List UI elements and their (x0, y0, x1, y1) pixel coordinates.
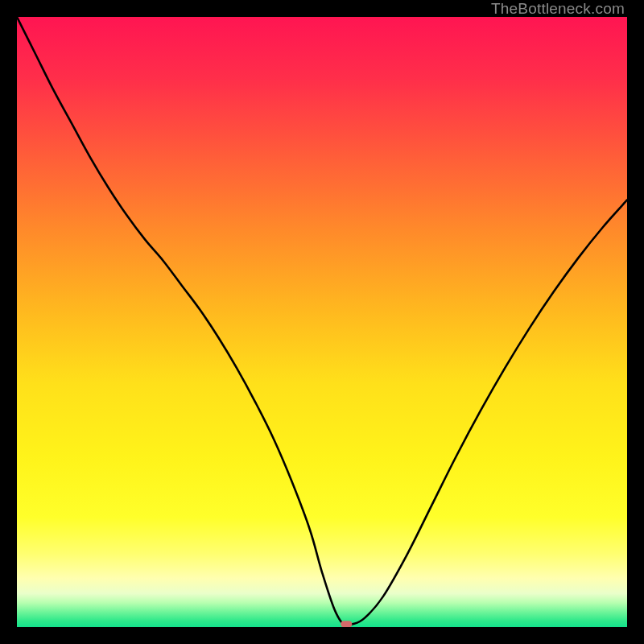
chart-curve (17, 17, 627, 627)
watermark-text: TheBottleneck.com (491, 0, 625, 18)
bottleneck-marker (341, 621, 352, 627)
chart-frame (17, 17, 627, 627)
